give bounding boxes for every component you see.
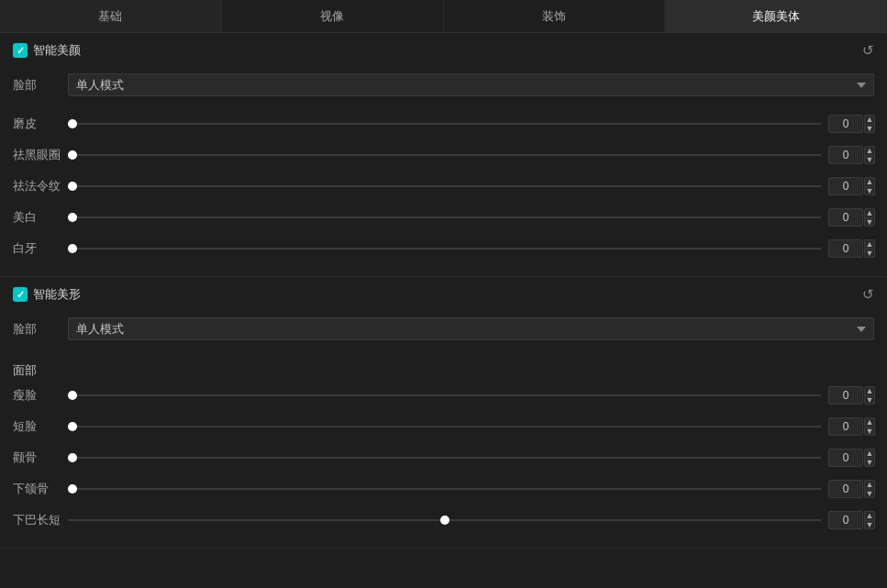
spinner-down-falingwen[interactable]: ▼	[864, 186, 875, 195]
slider-value-box-meibai: ▲ ▼	[828, 208, 874, 227]
spinner-falingwen: ▲ ▼	[864, 177, 875, 195]
spinner-down-baiya[interactable]: ▼	[864, 249, 875, 258]
spinner-xiahegu: ▲ ▼	[864, 480, 875, 498]
spinner-up-shoumian[interactable]: ▲	[864, 386, 875, 395]
sub-section-label-face: 面部	[13, 355, 874, 383]
slider-quangu[interactable]	[68, 457, 821, 459]
slider-duanmian[interactable]	[68, 426, 821, 427]
spinner-baiya: ▲ ▼	[864, 239, 875, 258]
slider-xiahegu[interactable]	[68, 488, 821, 490]
spinner-down-xiahegu[interactable]: ▼	[864, 489, 875, 498]
slider-xiaba[interactable]	[68, 519, 821, 521]
slider-row-falingwen: 祛法令纹 ▲ ▼	[13, 173, 874, 199]
slider-value-box-duanmian: ▲ ▼	[828, 417, 874, 436]
face-mode-select[interactable]: 单人模式	[68, 73, 874, 96]
beauty-face-section: 智能美颜 ↺ 脸部 单人模式 磨皮 ▲ ▼	[0, 33, 887, 277]
spinner-up-xiahegu[interactable]: ▲	[864, 480, 875, 489]
spinner-down-mopi[interactable]: ▼	[864, 124, 875, 133]
spinner-quangu: ▲ ▼	[864, 449, 875, 467]
spinner-xiaba: ▲ ▼	[864, 511, 875, 529]
spinner-down-shoumian[interactable]: ▼	[864, 395, 875, 405]
spinner-down-duanmian[interactable]: ▼	[864, 427, 875, 436]
beauty-shape-section: 智能美形 ↺ 脸部 单人模式 面部 瘦脸 ▲ ▼	[0, 277, 887, 549]
slider-label-falingwen: 祛法令纹	[13, 178, 68, 194]
beauty-face-title: 智能美颜	[33, 42, 81, 59]
slider-mopi[interactable]	[68, 123, 821, 125]
spinner-up-mopi[interactable]: ▲	[864, 115, 875, 124]
beauty-face-reset[interactable]: ↺	[862, 42, 874, 59]
slider-value-meibai[interactable]	[828, 208, 863, 227]
beauty-face-checkbox[interactable]	[13, 43, 28, 58]
beauty-shape-reset[interactable]: ↺	[862, 286, 874, 303]
slider-track-heiyanquan	[68, 146, 821, 164]
slider-track-duanmian	[68, 417, 821, 436]
slider-label-shoumian: 瘦脸	[13, 387, 68, 404]
top-tabs: 基础 视像 装饰 美颜美体	[0, 0, 887, 33]
slider-meibai[interactable]	[68, 216, 821, 218]
slider-label-heiyanquan: 祛黑眼圈	[13, 147, 68, 163]
slider-track-baiya	[68, 239, 821, 258]
slider-label-xiahegu: 下颌骨	[13, 481, 68, 497]
slider-row-meibai: 美白 ▲ ▼	[13, 205, 874, 230]
spinner-heiyanquan: ▲ ▼	[864, 146, 875, 164]
slider-value-box-xiahegu: ▲ ▼	[828, 480, 874, 498]
slider-label-mopi: 磨皮	[13, 116, 68, 132]
slider-value-mopi[interactable]	[828, 115, 863, 133]
spinner-down-meibai[interactable]: ▼	[864, 217, 875, 227]
main-content: 智能美颜 ↺ 脸部 单人模式 磨皮 ▲ ▼	[0, 33, 887, 588]
slider-value-xiaba[interactable]	[828, 511, 863, 529]
spinner-mopi: ▲ ▼	[864, 115, 875, 133]
spinner-up-meibai[interactable]: ▲	[864, 208, 875, 217]
spinner-down-heiyanquan[interactable]: ▼	[864, 155, 875, 164]
slider-track-falingwen	[68, 177, 821, 195]
slider-track-xiaba	[68, 511, 821, 529]
slider-row-xiaba: 下巴长短 ▲ ▼	[13, 507, 874, 533]
beauty-shape-checkbox[interactable]	[13, 287, 28, 302]
slider-label-baiya: 白牙	[13, 240, 68, 257]
slider-value-box-shoumian: ▲ ▼	[828, 386, 874, 405]
tab-beauty[interactable]: 美颜美体	[665, 0, 887, 32]
slider-label-meibai: 美白	[13, 209, 68, 226]
spinner-up-heiyanquan[interactable]: ▲	[864, 146, 875, 155]
spinner-up-xiaba[interactable]: ▲	[864, 511, 875, 520]
slider-track-mopi	[68, 115, 821, 133]
spinner-up-duanmian[interactable]: ▲	[864, 417, 875, 427]
slider-value-box-quangu: ▲ ▼	[828, 449, 874, 467]
tab-decoration[interactable]: 装饰	[444, 0, 666, 32]
slider-row-xiahegu: 下颌骨 ▲ ▼	[13, 476, 874, 502]
slider-falingwen[interactable]	[68, 185, 821, 187]
slider-value-xiahegu[interactable]	[828, 480, 863, 498]
tab-basic[interactable]: 基础	[0, 0, 222, 32]
slider-value-box-falingwen: ▲ ▼	[828, 177, 874, 195]
slider-row-duanmian: 短脸 ▲ ▼	[13, 414, 874, 439]
slider-track-shoumian	[68, 386, 821, 405]
slider-value-box-mopi: ▲ ▼	[828, 115, 874, 133]
slider-label-xiaba: 下巴长短	[13, 512, 68, 528]
slider-value-box-xiaba: ▲ ▼	[828, 511, 874, 529]
slider-value-heiyanquan[interactable]	[828, 146, 863, 164]
slider-value-shoumian[interactable]	[828, 386, 863, 405]
spinner-down-xiaba[interactable]: ▼	[864, 520, 875, 529]
slider-shoumian[interactable]	[68, 394, 821, 396]
spinner-duanmian: ▲ ▼	[864, 417, 875, 436]
slider-value-duanmian[interactable]	[828, 417, 863, 436]
slider-value-quangu[interactable]	[828, 449, 863, 467]
tab-video[interactable]: 视像	[222, 0, 444, 32]
slider-track-meibai	[68, 208, 821, 227]
spinner-up-falingwen[interactable]: ▲	[864, 177, 875, 186]
section-title-face: 智能美颜	[13, 42, 81, 59]
slider-track-xiahegu	[68, 480, 821, 498]
shape-dropdown-label: 脸部	[13, 321, 68, 338]
slider-value-falingwen[interactable]	[828, 177, 863, 195]
spinner-down-quangu[interactable]: ▼	[864, 458, 875, 467]
spinner-up-quangu[interactable]: ▲	[864, 449, 875, 458]
slider-value-box-baiya: ▲ ▼	[828, 239, 874, 258]
shape-face-mode-select[interactable]: 单人模式	[68, 317, 874, 340]
slider-label-quangu: 颧骨	[13, 449, 68, 466]
slider-baiya[interactable]	[68, 248, 821, 250]
spinner-shoumian: ▲ ▼	[864, 386, 875, 405]
spinner-up-baiya[interactable]: ▲	[864, 239, 875, 249]
slider-value-baiya[interactable]	[828, 239, 863, 258]
section-title-shape: 智能美形	[13, 286, 81, 303]
slider-heiyanquan[interactable]	[68, 154, 821, 156]
